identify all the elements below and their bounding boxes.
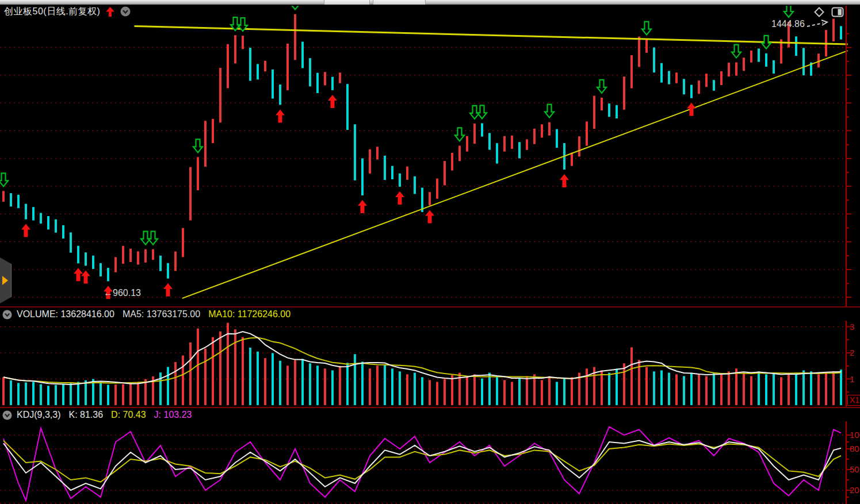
kdj-k-label: K: 81.36 xyxy=(68,410,103,420)
axis-label: 100 xyxy=(850,430,860,440)
buy-signal-arrow xyxy=(395,191,404,205)
kdj-indicator-label: KDJ(9,3,3) xyxy=(17,410,60,420)
sell-signal-arrow xyxy=(732,45,741,58)
candles-layer xyxy=(2,14,842,282)
axis-label: 50 xyxy=(850,464,859,474)
sell-signal-arrow xyxy=(642,22,651,35)
low-price-label: ←960.13 xyxy=(104,288,141,298)
svg-text:1: 1 xyxy=(850,374,854,384)
kdj-lines xyxy=(3,427,841,501)
kdj-d-label: D: 70.43 xyxy=(111,410,146,420)
top-toolbar-fragment xyxy=(0,0,860,5)
high-price-label: 1444.86 xyxy=(771,19,829,29)
buy-signal-arrow xyxy=(425,210,434,223)
main-candlestick-chart[interactable] xyxy=(0,6,860,306)
sell-signal-arrow xyxy=(477,105,487,118)
collapse-volume-chevron-icon[interactable] xyxy=(2,310,12,320)
buy-signal-arrow xyxy=(358,200,367,213)
volume-gridlines xyxy=(0,327,844,379)
pane-divider xyxy=(0,407,860,408)
toolbar-fragment-segment xyxy=(373,0,426,5)
dashed-pointer-arrow xyxy=(806,20,829,29)
axis-label: 1 xyxy=(850,374,854,384)
kdj-j-label: J: 103.23 xyxy=(154,410,192,420)
svg-text:100: 100 xyxy=(850,430,860,440)
volume-ma10-label: MA10: 11726246.00 xyxy=(208,309,291,320)
svg-text:2: 2 xyxy=(850,348,854,357)
svg-text:80: 80 xyxy=(850,444,859,453)
kdj-gridlines xyxy=(0,435,844,503)
volume-bars xyxy=(2,323,842,405)
svg-text:50: 50 xyxy=(850,464,859,474)
sell-signal-arrow xyxy=(148,232,158,245)
volume-label: VOLUME: 13628416.00 xyxy=(17,309,114,320)
buy-signal-arrow xyxy=(81,270,90,283)
kdj-chart[interactable]: 100805020 xyxy=(0,421,860,504)
sell-signal-arrow xyxy=(545,105,554,118)
axis-label: 20 xyxy=(850,485,859,495)
axis-label: 80 xyxy=(850,444,859,453)
kdj-pane-header: KDJ(9,3,3) K: 81.36 D: 70.43 J: 103.23 xyxy=(0,409,860,421)
buy-signal-arrow xyxy=(560,174,569,187)
buy-signal-arrow xyxy=(74,268,83,281)
right-price-axis xyxy=(846,321,851,407)
collapse-kdj-chevron-icon[interactable] xyxy=(2,410,12,420)
sell-signal-arrow xyxy=(597,80,606,93)
axis-label: 3 xyxy=(850,322,854,332)
expand-right-triangle-icon xyxy=(2,276,8,285)
stock-app-window: { "top_toolbar": {"note_segments": 2}, "… xyxy=(0,0,860,504)
buy-signal-arrow xyxy=(276,109,285,122)
pane-divider xyxy=(0,306,860,307)
volume-pane-header: VOLUME: 13628416.00 MA5: 13763175.00 MA1… xyxy=(0,308,860,321)
price-gridlines xyxy=(0,48,844,298)
buy-signal-arrow xyxy=(328,95,337,108)
volume-ma5-label: MA5: 13763175.00 xyxy=(123,309,200,320)
sell-signal-arrow xyxy=(0,173,8,186)
svg-text:3: 3 xyxy=(850,322,854,332)
symbol-title: 创业板50(日线.前复权) xyxy=(4,6,100,18)
trend-up-arrow-icon xyxy=(106,7,114,17)
svg-text:20: 20 xyxy=(850,485,859,495)
trendlines xyxy=(135,26,848,298)
volume-chart[interactable]: 123 xyxy=(0,321,860,407)
toolbar-fragment-segment xyxy=(324,0,370,5)
chart-title-bar: 创业板50(日线.前复权) xyxy=(0,5,860,18)
volume-ma-lines xyxy=(3,332,841,384)
collapse-pane-chevron-icon[interactable] xyxy=(120,6,131,17)
axis-label: 2 xyxy=(850,348,854,357)
volume-multiplier-badge: X1 xyxy=(847,395,860,406)
sell-signal-arrow xyxy=(193,139,202,152)
buy-signal-arrow xyxy=(163,283,173,297)
expand-left-panel-handle[interactable] xyxy=(0,257,12,303)
buy-signal-arrow xyxy=(21,224,30,237)
sell-signal-arrow xyxy=(455,128,464,141)
sell-signal-arrow xyxy=(141,232,150,245)
signal-arrows xyxy=(0,6,793,299)
buy-signal-arrow xyxy=(687,103,696,116)
